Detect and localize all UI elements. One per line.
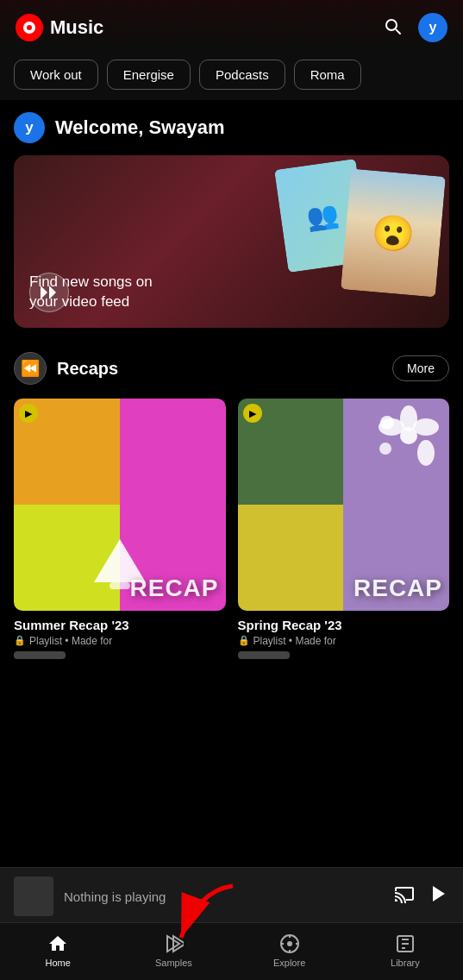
now-playing-actions [394, 883, 449, 909]
explore-icon [279, 933, 300, 954]
nav-item-home[interactable]: Home [0, 930, 116, 971]
recap-cards: ▶ RECAP Summer Recap '23 🔒 Playlist • Ma… [14, 399, 449, 663]
summer-recap-title: Summer Recap '23 [14, 618, 226, 632]
nav-item-samples[interactable]: Samples [116, 930, 231, 971]
summer-recap-subtitle: 🔒 Playlist • Made for [14, 635, 226, 647]
yt-music-logo-icon [16, 14, 43, 41]
svg-point-12 [380, 416, 394, 430]
banner-image-face: 😮 [341, 168, 446, 297]
nav-label-library: Library [391, 958, 420, 968]
spring-recap-title: Spring Recap '23 [238, 618, 450, 632]
category-roma[interactable]: Roma [294, 60, 361, 90]
section-header: ⏪ Recaps More [14, 352, 449, 385]
header: Music y [0, 0, 463, 51]
cast-icon[interactable] [394, 883, 415, 909]
search-icon [382, 16, 403, 36]
svg-point-18 [287, 941, 292, 946]
now-playing-thumbnail [14, 876, 53, 916]
section-title-group: ⏪ Recaps [14, 352, 118, 385]
recaps-section: ⏪ Recaps More ▶ [0, 335, 463, 671]
home-icon [47, 933, 68, 954]
lock-icon: 🔒 [14, 635, 26, 646]
video-feed-banner[interactable]: Find new songs on your video feed 👥 😮 [14, 155, 449, 328]
user-avatar[interactable]: y [418, 13, 447, 42]
categories-bar: Work out Energise Podcasts Roma [0, 51, 463, 100]
welcome-avatar: y [14, 112, 45, 143]
bottom-nav: Home Samples Explore Library [0, 922, 463, 980]
recaps-title: Recaps [57, 359, 118, 379]
welcome-greeting: Welcome, Swayam [55, 116, 224, 139]
recap-card-spring[interactable]: ▶ RECAP Spring Recap '23 [238, 399, 450, 663]
spring-recap-subtitle: 🔒 Playlist • Made for [238, 635, 450, 647]
search-button[interactable] [379, 12, 406, 42]
now-playing-bar[interactable]: Nothing is playing [0, 867, 463, 925]
svg-marker-3 [41, 286, 47, 299]
banner-play-button[interactable] [29, 273, 69, 312]
category-podcasts[interactable]: Podcasts [199, 60, 285, 90]
library-icon [395, 933, 416, 954]
spring-recap-overlay-text: RECAP [354, 575, 442, 602]
banner-images: 👥 😮 [260, 155, 449, 328]
summer-recap-thumbnail: ▶ RECAP [14, 399, 226, 611]
spring-recap-blur [238, 651, 290, 659]
nav-label-home: Home [45, 958, 70, 968]
play-button[interactable] [429, 883, 449, 909]
svg-marker-4 [49, 286, 56, 299]
samples-icon [163, 933, 184, 954]
summer-recap-overlay-text: RECAP [129, 575, 218, 602]
header-right: y [379, 12, 447, 42]
welcome-section: y Welcome, Swayam Find new songs on your… [0, 100, 463, 335]
more-button[interactable]: More [392, 355, 449, 381]
svg-rect-6 [109, 582, 130, 589]
recap-card-summer[interactable]: ▶ RECAP Summer Recap '23 🔒 Playlist • Ma… [14, 399, 226, 663]
nav-label-samples: Samples [155, 958, 192, 968]
svg-marker-14 [433, 886, 445, 901]
lock-icon-spring: 🔒 [238, 635, 250, 646]
flower-icon [379, 405, 439, 474]
nav-item-library[interactable]: Library [347, 930, 463, 971]
nav-item-explore[interactable]: Explore [232, 930, 347, 971]
fast-forward-icon [41, 286, 58, 299]
spring-recap-thumbnail: ▶ RECAP [238, 399, 450, 611]
svg-point-9 [417, 440, 435, 466]
svg-point-2 [27, 25, 32, 30]
welcome-user: y Welcome, Swayam [14, 112, 449, 143]
app-title: Music [50, 16, 103, 39]
rewind-icon: ⏪ [14, 352, 47, 385]
svg-point-13 [379, 443, 391, 455]
summer-recap-blur [14, 651, 66, 659]
category-energise[interactable]: Energise [107, 60, 191, 90]
now-playing-text: Nothing is playing [64, 889, 384, 904]
nav-label-explore: Explore [273, 958, 305, 968]
category-workout[interactable]: Work out [14, 60, 98, 90]
header-left: Music [16, 14, 103, 41]
